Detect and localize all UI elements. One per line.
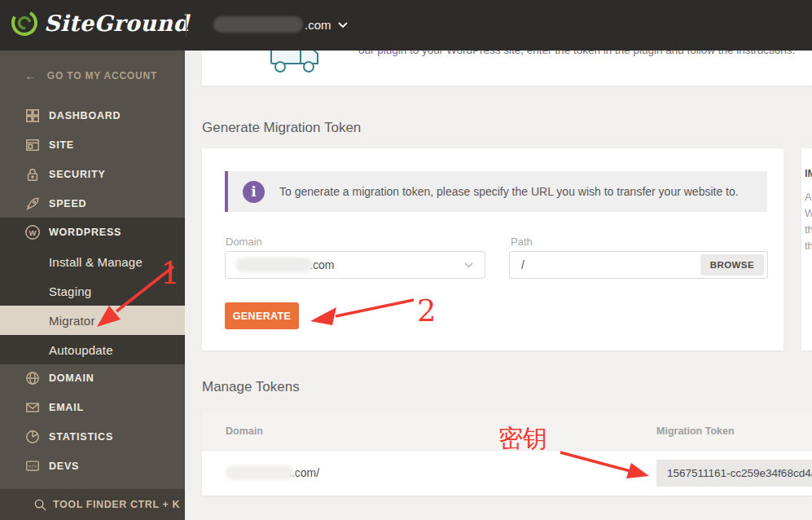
info-box: i To generate a migration token, please … bbox=[225, 171, 767, 212]
wordpress-section: W WORDPRESS Install & Manage Staging Mig… bbox=[0, 218, 185, 364]
main-content: our plugin to your WordPress site, enter… bbox=[185, 51, 812, 520]
path-input-value: / bbox=[521, 258, 525, 271]
migration-token-field[interactable]: 1567511161-cc259e34f68cd4a bbox=[656, 460, 812, 487]
blurred-domain bbox=[226, 465, 295, 480]
sidebar-item-security[interactable]: SECURITY bbox=[0, 160, 185, 189]
svg-text:W: W bbox=[29, 228, 37, 237]
generate-section-title: Generate Migration Token bbox=[202, 120, 361, 136]
info-icon: i bbox=[243, 181, 265, 203]
sidebar-item-label: SECURITY bbox=[49, 169, 106, 180]
chevron-down-icon bbox=[338, 22, 348, 29]
column-header-domain: Domain bbox=[226, 425, 263, 437]
domain-globe-icon bbox=[24, 371, 41, 386]
sidebar-item-statistics[interactable]: STATISTICS bbox=[0, 422, 185, 452]
devs-code-icon: </> bbox=[24, 459, 41, 474]
sidebar-item-devs[interactable]: </> DEVS bbox=[0, 452, 185, 481]
migrator-banner-card: our plugin to your WordPress site, enter… bbox=[202, 51, 812, 86]
sidebar-item-label: WORDPRESS bbox=[49, 227, 121, 238]
path-field-label: Path bbox=[511, 236, 533, 248]
sidebar-subitem-install-manage[interactable]: Install & Manage bbox=[0, 247, 185, 276]
chevron-down-icon bbox=[464, 262, 473, 268]
email-envelope-icon bbox=[24, 400, 41, 415]
path-input[interactable]: / BROWSE bbox=[509, 251, 768, 279]
moving-truck-icon bbox=[269, 51, 321, 78]
table-row: t.com/ 1567511161-cc259e34f68cd4a bbox=[202, 451, 812, 496]
sidebar-item-label: DASHBOARD bbox=[49, 110, 121, 121]
site-switcher[interactable]: .com bbox=[213, 16, 348, 33]
generate-button[interactable]: GENERATE bbox=[225, 302, 299, 329]
svg-text:</>: </> bbox=[29, 464, 37, 469]
sidebar-item-email[interactable]: EMAIL bbox=[0, 393, 185, 422]
sidebar-item-label: SITE bbox=[49, 139, 74, 151]
sidebar-item-site[interactable]: SITE bbox=[0, 130, 185, 160]
panel-text-fragment: th bbox=[805, 223, 812, 236]
statistics-pie-icon bbox=[24, 430, 41, 444]
generate-token-card: i To generate a migration token, please … bbox=[202, 148, 783, 350]
panel-text-fragment: th bbox=[805, 240, 812, 252]
topbar: SiteGround .com bbox=[0, 0, 812, 51]
migration-token-value: 1567511161-cc259e34f68cd4a bbox=[667, 467, 812, 479]
browse-button[interactable]: BROWSE bbox=[700, 254, 764, 275]
sidebar-item-dashboard[interactable]: DASHBOARD bbox=[0, 101, 185, 130]
info-text: To generate a migration token, please sp… bbox=[279, 185, 739, 198]
subitem-label: Install & Manage bbox=[49, 255, 143, 269]
panel-text-fragment: Af bbox=[805, 191, 812, 203]
important-side-panel: IM Af W th th bbox=[801, 148, 812, 350]
subitem-label: Autoupdate bbox=[49, 343, 113, 357]
siteground-logo[interactable]: SiteGround bbox=[10, 8, 189, 37]
panel-text-fragment: W bbox=[805, 207, 812, 219]
subitem-label: Staging bbox=[49, 284, 91, 298]
search-icon bbox=[34, 499, 46, 511]
manage-section-title: Manage Tokens bbox=[202, 379, 300, 395]
domain-field-label: Domain bbox=[226, 236, 262, 248]
domain-suffix: .com bbox=[305, 18, 331, 32]
sidebar-item-label: STATISTICS bbox=[49, 431, 113, 443]
subitem-label: Migrator bbox=[49, 314, 95, 328]
sidebar-item-label: DOMAIN bbox=[49, 372, 94, 384]
sidebar-item-domain[interactable]: DOMAIN bbox=[0, 364, 185, 393]
domain-select[interactable]: .com bbox=[225, 251, 485, 279]
brand-name: SiteGround bbox=[44, 11, 189, 36]
plugin-link-fragment[interactable]: our plugin bbox=[358, 51, 406, 56]
manage-tokens-card: Domain Migration Token t.com/ 1567511161… bbox=[202, 412, 812, 496]
security-lock-icon bbox=[24, 167, 41, 182]
go-to-my-account-label: GO TO MY ACCOUNT bbox=[47, 70, 157, 82]
banner-text-fragment: to your WordPress site, enter the token … bbox=[406, 51, 795, 56]
tool-finder-button[interactable]: TOOL FINDER CTRL + K bbox=[0, 489, 185, 520]
tool-finder-label: TOOL FINDER CTRL + K bbox=[53, 499, 180, 510]
go-to-my-account-link[interactable]: ← GO TO MY ACCOUNT bbox=[24, 68, 157, 82]
panel-text-fragment: IM bbox=[805, 167, 812, 179]
sidebar-subitem-staging[interactable]: Staging bbox=[0, 276, 185, 306]
wordpress-icon: W bbox=[24, 224, 41, 240]
row-domain-cell: t.com/ bbox=[226, 465, 319, 480]
topbar-divider bbox=[186, 13, 187, 37]
sidebar-item-label: DEVS bbox=[49, 461, 79, 472]
back-arrow-icon: ← bbox=[24, 68, 37, 82]
domain-select-value: .com bbox=[309, 258, 334, 271]
sidebar-item-speed[interactable]: SPEED bbox=[0, 189, 185, 218]
blurred-domain bbox=[235, 258, 313, 272]
column-header-migration-token: Migration Token bbox=[656, 425, 735, 437]
sidebar-item-wordpress[interactable]: W WORDPRESS bbox=[0, 218, 185, 247]
siteground-logo-icon bbox=[10, 8, 39, 37]
tokens-table-header: Domain Migration Token bbox=[202, 412, 812, 451]
sidebar-item-label: SPEED bbox=[49, 198, 86, 209]
sidebar-subitem-migrator[interactable]: Migrator bbox=[0, 306, 185, 335]
blurred-domain bbox=[213, 16, 303, 33]
speed-rocket-icon bbox=[24, 196, 41, 211]
sidebar: ← GO TO MY ACCOUNT DASHBOARD SITE SECURI… bbox=[0, 51, 185, 520]
site-window-icon bbox=[24, 138, 41, 152]
sidebar-item-label: EMAIL bbox=[49, 402, 84, 413]
dashboard-grid-icon bbox=[24, 108, 41, 123]
sidebar-subitem-autoupdate[interactable]: Autoupdate bbox=[0, 335, 185, 364]
banner-clipped-text: our plugin to your WordPress site, enter… bbox=[358, 51, 806, 58]
